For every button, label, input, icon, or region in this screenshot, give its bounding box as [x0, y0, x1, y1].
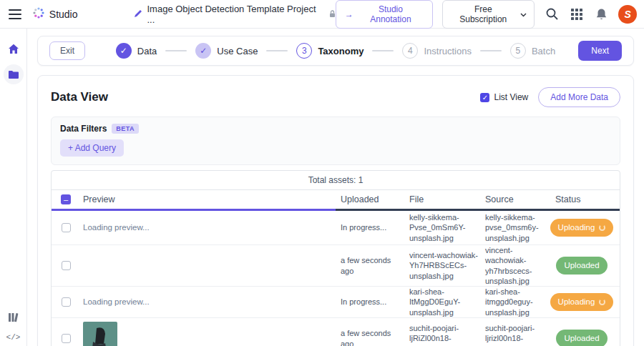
step-use-case[interactable]: ✓ Use Case	[195, 43, 258, 59]
table-row: a few seconds agovincent-wachowiak-Yh7HR…	[52, 245, 620, 287]
row-checkbox[interactable]	[62, 261, 71, 270]
source-cell: kari-shea-itmggd0eguy-unsplash.jpg	[485, 287, 551, 317]
status-cell: Uploaded	[551, 257, 620, 275]
uploaded-cell: In progress...	[341, 222, 409, 232]
data-view-header: Data View ✓ List View Add More Data	[51, 87, 620, 107]
sidebar-bottom: </>	[4, 307, 24, 342]
uploaded-cell: a few seconds ago	[341, 328, 409, 346]
subscription-dropdown[interactable]: Free Subscription	[442, 0, 535, 29]
file-cell: vincent-wachowiak-Yh7HRBScECs-unsplash.j…	[409, 250, 485, 281]
data-filters-panel: Data Filters BETA + Add Query	[51, 117, 620, 165]
table-header-row: – Preview Uploaded File Source Status	[52, 189, 620, 209]
file-cell: kari-shea-ItMggD0EguY-unsplash.jpg	[409, 287, 485, 317]
status-badge: Uploaded	[556, 257, 607, 275]
total-assets: Total assets: 1	[52, 171, 620, 189]
column-header-status[interactable]: Status	[551, 194, 620, 204]
home-icon[interactable]	[4, 39, 24, 59]
checkbox-checked-icon: ✓	[480, 93, 489, 102]
table-body: Loading preview...In progress...kelly-si…	[52, 211, 620, 346]
assets-table: Total assets: 1 – Preview Uploaded File …	[51, 170, 620, 346]
status-cell: Uploaded	[551, 330, 620, 346]
studio-annotation-button[interactable]: → Studio Annotation	[336, 0, 433, 29]
step-instructions[interactable]: 4 Instructions	[402, 43, 471, 59]
preview-cell: Loading preview...	[80, 222, 341, 233]
status-cell: Uploading	[551, 219, 620, 237]
loading-preview-text: Loading preview...	[83, 297, 150, 306]
step-number: 4	[402, 43, 418, 59]
page-title: Data View	[51, 90, 108, 104]
column-header-preview[interactable]: Preview	[80, 194, 341, 204]
preview-cell	[80, 322, 341, 346]
status-badge: Uploaded	[556, 330, 607, 346]
table-row: Loading preview...In progress...kari-she…	[52, 287, 620, 318]
check-icon: ✓	[195, 43, 211, 59]
step-batch[interactable]: 5 Batch	[510, 43, 555, 59]
hamburger-icon[interactable]	[9, 9, 21, 19]
stepper-bar: Exit ✓ Data ✓ Use Case 3 Taxonomy 4 Inst…	[37, 36, 634, 66]
source-cell: suchit-poojari-ljrizl00n18-unsplash.jpg	[485, 323, 551, 346]
row-checkbox[interactable]	[62, 223, 71, 232]
step-connector	[165, 50, 187, 51]
stepper-steps: ✓ Data ✓ Use Case 3 Taxonomy 4 Instructi…	[38, 43, 633, 59]
lock-icon	[329, 8, 336, 21]
status-cell: Uploading	[551, 293, 620, 311]
top-header: Studio Image Object Detection Template P…	[0, 0, 644, 29]
table-row: Loading preview...In progress...kelly-si…	[52, 211, 620, 245]
data-view-card: Data View ✓ List View Add More Data Data…	[37, 75, 634, 346]
pencil-icon[interactable]	[134, 8, 142, 21]
chair-photo-thumbnail[interactable]	[83, 322, 117, 346]
user-avatar[interactable]: S	[618, 5, 637, 24]
check-icon: ✓	[116, 43, 132, 59]
column-header-source[interactable]: Source	[485, 194, 551, 204]
spinner-icon	[599, 224, 605, 231]
file-cell: kelly-sikkema-Pvse_0mSm6Y-unsplash.jpg	[409, 212, 485, 243]
step-number: 5	[510, 43, 526, 59]
beta-badge: BETA	[112, 124, 138, 134]
left-sidebar: </>	[0, 29, 27, 346]
header-actions: → Studio Annotation Free Subscription	[336, 0, 637, 29]
chevron-down-icon	[520, 9, 527, 19]
row-checkbox[interactable]	[62, 297, 71, 307]
uploaded-cell: a few seconds ago	[341, 255, 409, 276]
brand[interactable]: Studio	[33, 7, 78, 21]
add-more-data-button[interactable]: Add More Data	[538, 87, 620, 107]
add-query-button[interactable]: + Add Query	[60, 139, 124, 157]
project-title[interactable]: Image Object Detection Template Project …	[147, 4, 324, 25]
status-badge: Uploading	[550, 219, 614, 237]
step-number: 3	[296, 43, 312, 59]
next-button[interactable]: Next	[578, 41, 622, 61]
column-header-file[interactable]: File	[409, 194, 485, 204]
grid-icon[interactable]	[569, 6, 585, 22]
spinner-icon	[599, 299, 605, 305]
project-title-group: Image Object Detection Template Project …	[134, 4, 336, 25]
file-cell: suchit-poojari-ljRiZl00n18-unsplash.jpg	[409, 323, 485, 346]
code-icon[interactable]: </>	[6, 333, 21, 342]
step-connector	[372, 50, 394, 51]
exit-button[interactable]: Exit	[49, 41, 85, 60]
arrow-right-icon: →	[345, 9, 353, 19]
step-taxonomy[interactable]: 3 Taxonomy	[296, 43, 364, 59]
filters-title: Data Filters	[60, 124, 107, 134]
list-view-toggle[interactable]: ✓ List View	[480, 92, 528, 102]
app-window: Studio Image Object Detection Template P…	[0, 0, 644, 346]
folder-icon[interactable]	[4, 64, 24, 84]
select-all-checkbox[interactable]: –	[61, 194, 71, 204]
books-icon[interactable]	[4, 307, 24, 327]
loading-preview-text: Loading preview...	[83, 223, 150, 232]
search-icon[interactable]	[544, 6, 560, 22]
source-cell: kelly-sikkema-pvse_0msm6y-unsplash.jpg	[485, 212, 551, 243]
step-connector	[480, 50, 502, 51]
studio-logo-icon	[33, 7, 44, 21]
column-header-uploaded[interactable]: Uploaded	[341, 194, 409, 204]
brand-name: Studio	[49, 9, 78, 20]
step-data[interactable]: ✓ Data	[116, 43, 157, 59]
uploaded-cell: In progress...	[341, 297, 409, 307]
status-badge: Uploading	[550, 293, 614, 311]
row-checkbox[interactable]	[62, 334, 71, 343]
table-row: a few seconds agosuchit-poojari-ljRiZl00…	[52, 318, 620, 346]
bell-icon[interactable]	[594, 6, 610, 22]
source-cell: vincent-wachowiak-yh7hrbscecs-unsplash.j…	[485, 245, 551, 286]
step-connector	[266, 50, 288, 51]
preview-cell: Loading preview...	[80, 297, 341, 307]
